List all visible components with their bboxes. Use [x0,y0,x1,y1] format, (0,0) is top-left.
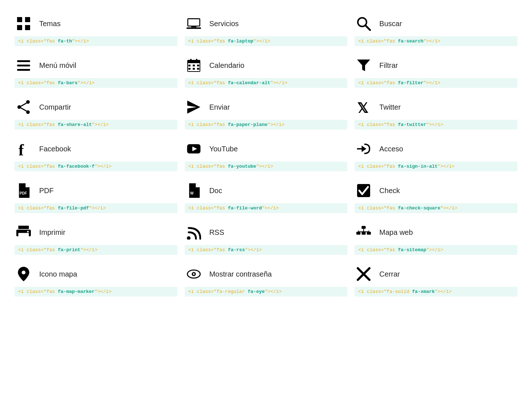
enviar-icon [185,98,203,116]
compartir-label: Compartir [39,103,71,111]
item-check: Check <i class="fas fa-check-square"></i… [351,174,521,216]
svg-rect-3 [25,25,30,30]
acceso-label: Acceso [379,145,403,153]
svg-rect-22 [193,68,195,70]
doc-icon: W [185,181,203,200]
svg-rect-15 [188,63,200,71]
item-youtube: YouTube <i class="fas fa-youtube"></i> [181,132,351,174]
buscar-icon [355,15,373,33]
svg-text:𝕏: 𝕏 [357,101,368,114]
item-imprimir: Imprimir <i class="fas fa-print"></i> [11,216,181,258]
temas-label: Temas [39,20,61,28]
item-doc: W Doc <i class="fas fa-file-word"></i> [181,174,351,216]
acceso-code: <i class="fas fa-sign-in-alt"></i> [355,162,517,171]
svg-marker-24 [357,60,370,71]
svg-rect-11 [17,60,30,62]
item-filtrar: Filtrar <i class="fas fa-filter"></i> [351,49,521,91]
svg-rect-13 [17,69,30,71]
item-compartir: Compartir <i class="fas fa-share-alt"></… [11,91,181,132]
item-rss: RSS <i class="fas fa-rss"></i> [181,216,351,258]
svg-text:W: W [190,191,194,195]
svg-rect-7 [187,27,201,29]
mostrar-contrasena-icon [185,265,203,283]
svg-point-26 [26,110,30,114]
cerrar-code: <i class="fa-solid fa-xmark"></i> [355,287,517,297]
mostrar-contrasena-label: Mostrar contraseña [209,270,272,278]
svg-rect-47 [362,232,366,234]
svg-line-28 [21,103,26,106]
svg-point-44 [187,236,191,240]
enviar-label: Enviar [209,103,230,111]
servicios-icon [185,15,203,33]
imprimir-icon [15,223,33,241]
youtube-icon [185,140,203,158]
icono-mapa-icon [15,265,33,283]
compartir-icon [15,98,33,116]
menu-movil-icon [15,56,33,74]
twitter-label: Twitter [379,103,401,111]
item-calendario: Calendario <i class="fas fa-calendar-alt… [181,49,351,91]
svg-rect-0 [17,17,22,22]
rss-code: <i class="fas fa-rss"></i> [185,245,348,255]
calendario-code: <i class="fas fa-calendar-alt"></i> [185,78,348,88]
servicios-code: <i class="fas fa-laptop"></i> [185,36,348,46]
menu-movil-label: Menú móvil [39,61,76,70]
pdf-icon: PDF [15,181,33,200]
svg-rect-2 [17,25,22,30]
temas-icon [15,15,33,33]
item-twitter: 𝕏 Twitter <i class="fas fa-twitter"></i> [351,91,521,132]
svg-rect-20 [197,65,199,66]
filtrar-icon [355,56,373,74]
youtube-label: YouTube [209,145,238,153]
svg-text:PDF: PDF [20,191,27,195]
icono-mapa-label: Icono mapa [39,270,77,278]
svg-rect-8 [191,26,196,27]
item-acceso: Acceso <i class="fas fa-sign-in-alt"></i… [351,132,521,174]
youtube-code: <i class="fas fa-youtube"></i> [185,162,348,171]
svg-rect-12 [17,65,30,66]
filtrar-code: <i class="fas fa-filter"></i> [355,78,517,88]
item-icono-mapa: Icono mapa <i class="fas fa-map-marker">… [11,258,181,299]
check-icon [355,181,373,200]
item-enviar: Enviar <i class="fas fa-paper-plane"></i… [181,91,351,132]
svg-rect-23 [197,68,199,70]
buscar-label: Buscar [379,20,402,28]
svg-rect-46 [356,232,360,234]
calendario-label: Calendario [209,61,245,70]
pdf-label: PDF [39,187,54,195]
mapa-web-label: Mapa web [379,228,413,237]
svg-point-53 [22,270,25,274]
svg-marker-30 [187,101,200,114]
item-pdf: PDF PDF <i class="fas fa-file-pdf"></i> [11,174,181,216]
check-code: <i class="fas fa-check-square"></i> [355,203,517,213]
svg-rect-48 [367,232,371,234]
svg-rect-21 [188,68,191,70]
svg-point-43 [27,231,29,233]
mapa-web-code: <i class="fas fa-sitemap"></i> [355,245,517,255]
cerrar-label: Cerrar [379,270,400,278]
buscar-code: <i class="fas fa-search"></i> [355,36,517,46]
facebook-label: Facebook [39,145,71,153]
imprimir-label: Imprimir [39,228,65,237]
doc-code: <i class="fas fa-file-word"></i> [185,203,348,213]
svg-rect-6 [188,19,199,26]
item-temas: Temas <i class="fas fa-th"></i> [11,7,181,49]
check-label: Check [379,187,400,195]
servicios-label: Servicios [209,20,239,28]
twitter-icon: 𝕏 [355,98,373,116]
doc-label: Doc [209,187,222,195]
twitter-code: <i class="fas fa-twitter"></i> [355,120,517,130]
calendario-icon [185,56,203,74]
enviar-code: <i class="fas fa-paper-plane"></i> [185,120,348,130]
item-cerrar: Cerrar <i class="fa-solid fa-xmark"></i> [351,258,521,299]
acceso-icon [355,140,373,158]
menu-movil-code: <i class="fas fa-bars"></i> [15,78,177,88]
temas-code: <i class="fas fa-th"></i> [15,36,177,46]
rss-label: RSS [209,228,224,237]
svg-point-25 [26,100,30,104]
svg-point-27 [17,105,21,109]
rss-icon [185,223,203,241]
facebook-code: <i class="fas fa-facebook-f"></i> [15,162,177,171]
item-buscar: Buscar <i class="fas fa-search"></i> [351,7,521,49]
pdf-code: <i class="fas fa-file-pdf"></i> [15,203,177,213]
